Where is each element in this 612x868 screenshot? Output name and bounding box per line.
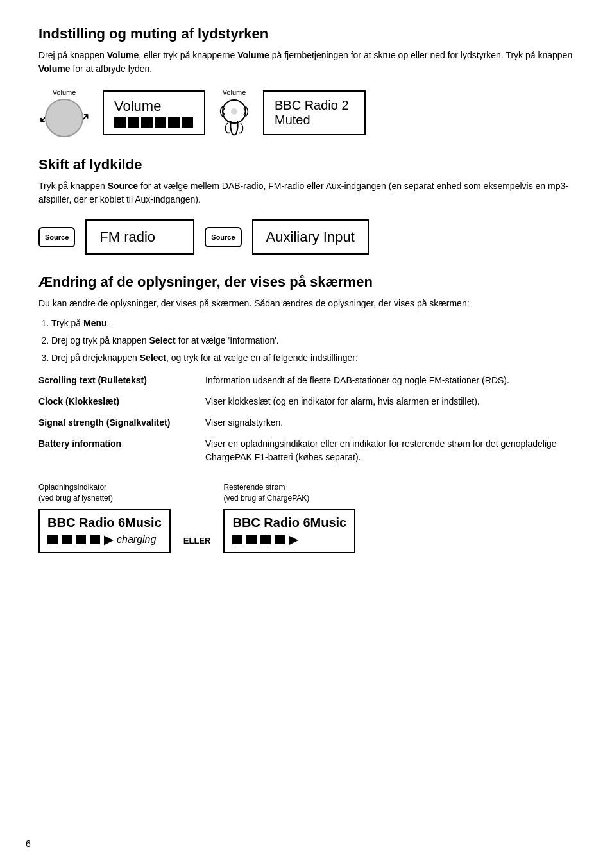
bar-5 (168, 117, 180, 128)
bat-bar-1 (47, 535, 58, 544)
svg-point-1 (231, 108, 237, 115)
table-row: Scrolling text (Rulletekst) Information … (38, 371, 574, 392)
def-clock: Viser klokkeslæt (og en indikator for al… (205, 392, 574, 413)
bar-1 (114, 117, 126, 128)
battery-display-left: BBC Radio 6Music ▶ charging (38, 509, 171, 553)
table-row: Clock (Klokkeslæt) Viser klokkeslæt (og … (38, 392, 574, 413)
table-row: Battery information Viser en opladningsi… (38, 435, 574, 469)
bat-arrow-left: ▶ (104, 533, 113, 547)
page-number: 6 (26, 839, 31, 849)
volume-knob-wrap: ↙ ↗ (38, 99, 90, 137)
source-button-2[interactable]: Source (205, 227, 241, 247)
muted-display-box: BBC Radio 2 Muted (263, 90, 366, 135)
bat-bar-r4 (275, 535, 285, 544)
term-battery: Battery information (38, 435, 205, 469)
section3-description: Du kan ændre de oplysninger, der vises p… (38, 297, 574, 310)
def-signal: Viser signalstyrken. (205, 413, 574, 435)
bat-arrow-right: ▶ (289, 533, 298, 547)
bar-6 (182, 117, 193, 128)
section-info: Ændring af de oplysninger, der vises på … (38, 274, 574, 553)
step-3: Drej på drejeknappen Select, og tryk for… (51, 351, 574, 365)
battery-col-left: Opladningsindikator (ved brug af lysnett… (38, 482, 171, 553)
volume-display-box: Volume (103, 90, 205, 135)
battery-display-right: BBC Radio 6Music ▶ (223, 509, 355, 553)
fm-radio-display: FM radio (85, 219, 194, 255)
section-source: Skift af lydkilde Tryk på knappen Source… (38, 156, 574, 255)
term-scrolling: Scrolling text (Rulletekst) (38, 371, 205, 392)
bat-bar-3 (76, 535, 86, 544)
volume-knob-container: Volume ↙ ↗ (38, 88, 90, 137)
volume-diagram-row: Volume ↙ ↗ Volume Volume (38, 88, 574, 137)
volume-display-title: Volume (114, 98, 194, 115)
table-row: Signal strength (Signalkvalitet) Viser s… (38, 413, 574, 435)
finger-container: Volume (218, 88, 250, 137)
section1-description: Drej på knappen Volume, eller tryk på kn… (38, 49, 574, 76)
bat-bar-4 (90, 535, 100, 544)
def-battery: Viser en opladningsindikator eller en in… (205, 435, 574, 469)
bar-4 (155, 117, 166, 128)
bat-bar-r1 (232, 535, 242, 544)
muted-display-line1: BBC Radio 2 (275, 98, 354, 113)
eller-container: ELLER (177, 536, 217, 546)
bat-bar-r3 (260, 535, 271, 544)
battery-label-left: Opladningsindikator (ved brug af lysnett… (38, 482, 113, 504)
bar-3 (141, 117, 153, 128)
muted-display-line2: Muted (275, 113, 354, 128)
section2-description: Tryk på knappen Source for at vælge mell… (38, 179, 574, 206)
battery-bars-right: ▶ (232, 533, 346, 547)
bat-bar-r2 (246, 535, 257, 544)
finger-icon (218, 99, 250, 137)
battery-station-left: BBC Radio 6Music (47, 515, 162, 530)
battery-col-right: Resterende strøm (ved brug af ChargePAK)… (223, 482, 355, 553)
battery-diagrams: Opladningsindikator (ved brug af lysnett… (38, 482, 574, 553)
settings-table: Scrolling text (Rulletekst) Information … (38, 371, 574, 469)
finger-label: Volume (223, 88, 246, 96)
source-row: Source FM radio Source Auxiliary Input (38, 219, 574, 255)
term-signal: Signal strength (Signalkvalitet) (38, 413, 205, 435)
steps-list: Tryk på Menu. Drej og tryk på knappen Se… (51, 317, 574, 365)
step-2: Drej og tryk på knappen Select for at væ… (51, 334, 574, 347)
def-scrolling: Information udsendt af de fleste DAB-sta… (205, 371, 574, 392)
bat-bar-2 (62, 535, 72, 544)
battery-bars-left: ▶ charging (47, 533, 162, 547)
section3-title: Ændring af de oplysninger, der vises på … (38, 274, 574, 290)
section1-title: Indstilling og muting af lydstyrken (38, 26, 574, 42)
bar-2 (128, 117, 139, 128)
volume-progress-bars (114, 117, 194, 128)
term-clock: Clock (Klokkeslæt) (38, 392, 205, 413)
battery-station-right: BBC Radio 6Music (232, 515, 346, 530)
aux-input-display: Auxiliary Input (252, 219, 369, 255)
section-volume: Indstilling og muting af lydstyrken Drej… (38, 26, 574, 137)
volume-knob-label: Volume (53, 88, 76, 96)
source-button-1[interactable]: Source (38, 227, 75, 247)
volume-knob (45, 99, 83, 137)
section2-title: Skift af lydkilde (38, 156, 574, 173)
step-1: Tryk på Menu. (51, 317, 574, 330)
battery-label-right: Resterende strøm (ved brug af ChargePAK) (223, 482, 309, 504)
charging-text: charging (117, 534, 156, 546)
eller-text: ELLER (183, 536, 211, 546)
